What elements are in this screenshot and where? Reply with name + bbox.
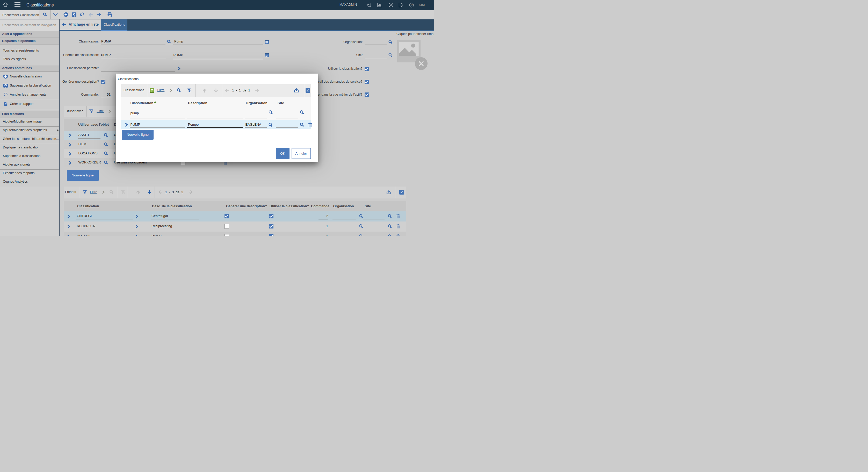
- svg-text:IBM: IBM: [419, 3, 425, 6]
